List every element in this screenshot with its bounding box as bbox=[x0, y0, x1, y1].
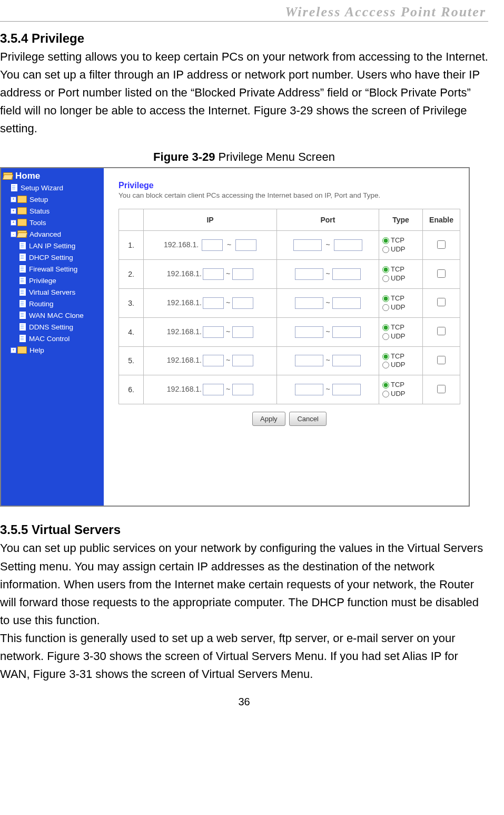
type-tcp-option[interactable]: TCP bbox=[382, 236, 419, 245]
type-tcp-radio[interactable] bbox=[382, 295, 389, 302]
figure-caption-rest: Privilege Menu Screen bbox=[215, 150, 334, 163]
port-end-input[interactable] bbox=[332, 297, 361, 309]
ip-start-input[interactable] bbox=[202, 239, 223, 251]
tree-item-label: DHCP Setting bbox=[29, 254, 73, 261]
type-tcp-radio[interactable] bbox=[382, 382, 389, 389]
enable-checkbox[interactable] bbox=[437, 385, 446, 393]
port-end-input[interactable] bbox=[332, 355, 361, 366]
port-end-input[interactable] bbox=[332, 384, 361, 395]
type-udp-radio[interactable] bbox=[382, 362, 389, 368]
ip-end-input[interactable] bbox=[235, 239, 256, 251]
folder-open-icon bbox=[3, 172, 13, 180]
type-udp-option[interactable]: UDP bbox=[382, 274, 419, 283]
type-tcp-option[interactable]: TCP bbox=[382, 323, 419, 332]
ip-start-input[interactable] bbox=[203, 268, 224, 280]
page-header: Wireless Acccess Point Router bbox=[0, 0, 488, 22]
tree-item-tools[interactable]: + Tools bbox=[1, 217, 104, 228]
type-udp-option[interactable]: UDP bbox=[382, 390, 419, 399]
type-tcp-radio[interactable] bbox=[382, 237, 389, 244]
type-tcp-option[interactable]: TCP bbox=[382, 265, 419, 274]
tree-root-home[interactable]: Home bbox=[1, 170, 104, 182]
tree-item-wan-mac-clone[interactable]: WAN MAC Clone bbox=[1, 309, 104, 321]
tree-item-label: DDNS Setting bbox=[29, 323, 73, 331]
port-end-input[interactable] bbox=[334, 239, 362, 251]
enable-checkbox[interactable] bbox=[437, 298, 446, 306]
port-start-input[interactable] bbox=[295, 384, 323, 395]
folder-icon bbox=[17, 196, 27, 203]
table-row: 3. 192.168.1.~ ~ TCPUDP bbox=[119, 289, 460, 318]
enable-checkbox[interactable] bbox=[437, 269, 446, 278]
tree-item-routing[interactable]: Routing bbox=[1, 298, 104, 309]
tree-item-setup-wizard[interactable]: Setup Wizard bbox=[1, 182, 104, 193]
collapse-icon[interactable]: - bbox=[11, 231, 16, 237]
tree-item-setup[interactable]: + Setup bbox=[1, 193, 104, 205]
tree-item-mac-control[interactable]: MAC Control bbox=[1, 333, 104, 344]
port-start-input[interactable] bbox=[295, 268, 323, 280]
row-index: 6. bbox=[119, 375, 144, 404]
ip-cell: 192.168.1.~ bbox=[144, 375, 277, 404]
port-start-input[interactable] bbox=[295, 355, 323, 366]
tree-item-help[interactable]: + Help bbox=[1, 344, 104, 356]
range-tilde: ~ bbox=[226, 269, 230, 278]
ip-start-input[interactable] bbox=[203, 297, 224, 309]
tree-item-firewall-setting[interactable]: Firewall Setting bbox=[1, 263, 104, 275]
enable-checkbox[interactable] bbox=[437, 356, 446, 364]
ip-end-input[interactable] bbox=[232, 355, 253, 366]
type-udp-option[interactable]: UDP bbox=[382, 245, 419, 254]
cancel-button[interactable]: Cancel bbox=[289, 412, 326, 426]
tree-item-privilege[interactable]: Privilege bbox=[1, 275, 104, 286]
page-icon bbox=[19, 288, 26, 296]
expand-icon[interactable]: + bbox=[11, 197, 16, 202]
range-tilde: ~ bbox=[227, 240, 231, 249]
apply-button[interactable]: Apply bbox=[252, 412, 285, 426]
type-udp-label: UDP bbox=[391, 274, 405, 283]
type-cell: TCPUDP bbox=[379, 346, 423, 375]
type-udp-label: UDP bbox=[391, 245, 405, 254]
ip-end-input[interactable] bbox=[232, 268, 253, 280]
expand-icon[interactable]: + bbox=[11, 208, 16, 214]
port-start-input[interactable] bbox=[293, 239, 322, 251]
tree-item-status[interactable]: + Status bbox=[1, 205, 104, 217]
type-tcp-radio[interactable] bbox=[382, 266, 389, 273]
type-udp-option[interactable]: UDP bbox=[382, 303, 419, 312]
type-udp-radio[interactable] bbox=[382, 304, 389, 311]
type-tcp-option[interactable]: TCP bbox=[382, 352, 419, 361]
type-udp-radio[interactable] bbox=[382, 333, 389, 340]
ip-end-input[interactable] bbox=[232, 384, 253, 395]
port-cell: ~ bbox=[276, 317, 379, 346]
type-tcp-option[interactable]: TCP bbox=[382, 294, 419, 303]
tree-item-dhcp-setting[interactable]: DHCP Setting bbox=[1, 251, 104, 263]
tree-item-label: Status bbox=[29, 207, 50, 215]
type-udp-option[interactable]: UDP bbox=[382, 361, 419, 370]
enable-cell bbox=[423, 231, 460, 260]
port-start-input[interactable] bbox=[295, 326, 323, 338]
folder-icon bbox=[17, 346, 27, 354]
tree-item-lan-ip-setting[interactable]: LAN IP Setting bbox=[1, 240, 104, 251]
tree-item-advanced[interactable]: - Advanced bbox=[1, 228, 104, 240]
type-udp-option[interactable]: UDP bbox=[382, 332, 419, 341]
type-tcp-option[interactable]: TCP bbox=[382, 381, 419, 390]
ip-end-input[interactable] bbox=[232, 297, 253, 309]
table-row: 5. 192.168.1.~ ~ TCPUDP bbox=[119, 346, 460, 375]
type-udp-radio[interactable] bbox=[382, 246, 389, 253]
port-end-input[interactable] bbox=[332, 268, 361, 280]
ip-start-input[interactable] bbox=[203, 355, 224, 366]
header-blank bbox=[119, 209, 144, 231]
expand-icon[interactable]: + bbox=[11, 347, 16, 353]
ip-end-input[interactable] bbox=[232, 326, 253, 338]
tree-item-ddns-setting[interactable]: DDNS Setting bbox=[1, 321, 104, 333]
port-start-input[interactable] bbox=[295, 297, 323, 309]
page-number: 36 bbox=[0, 696, 488, 708]
enable-checkbox[interactable] bbox=[437, 240, 446, 249]
tree-item-virtual-servers[interactable]: Virtual Servers bbox=[1, 286, 104, 298]
ip-start-input[interactable] bbox=[203, 384, 224, 395]
ip-start-input[interactable] bbox=[203, 326, 224, 338]
type-tcp-radio[interactable] bbox=[382, 324, 389, 331]
port-end-input[interactable] bbox=[332, 326, 361, 338]
type-udp-radio[interactable] bbox=[382, 391, 389, 397]
type-udp-radio[interactable] bbox=[382, 275, 389, 282]
range-tilde: ~ bbox=[325, 298, 330, 307]
enable-checkbox[interactable] bbox=[437, 327, 446, 335]
type-tcp-radio[interactable] bbox=[382, 353, 389, 360]
expand-icon[interactable]: + bbox=[11, 220, 16, 226]
